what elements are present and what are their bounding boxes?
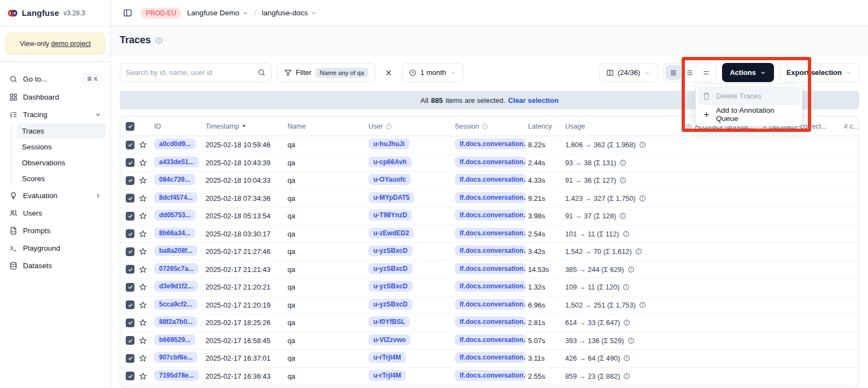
table-row[interactable]: d3e9d1f2... 2025-02-17 21:20:21 qa u-yzS… <box>120 279 859 297</box>
star-icon[interactable] <box>139 247 152 256</box>
menu-item-add-to-annotation-queue[interactable]: Add to Annotation Queue <box>698 105 800 124</box>
sidebar-item-playground[interactable]: Playground <box>4 239 106 257</box>
user-badge[interactable]: u-cp66Avh <box>368 157 412 167</box>
user-badge[interactable]: u-f0YfBSL <box>368 316 410 327</box>
info-circle-icon[interactable] <box>639 302 646 309</box>
info-circle-icon[interactable] <box>627 337 635 344</box>
header-usage[interactable]: Usage <box>563 123 683 130</box>
info-circle-icon[interactable] <box>639 195 646 202</box>
demo-project-link[interactable]: demo project <box>51 40 91 48</box>
user-badge[interactable]: u-OYauofc <box>368 174 411 185</box>
table-row[interactable]: b669529... 2025-02-17 16:58:45 qa u-VIZz… <box>120 332 859 350</box>
table-row[interactable]: 07265c7a... 2025-02-17 21:21:43 qa u-yzS… <box>120 261 859 279</box>
info-circle-icon[interactable] <box>623 319 630 326</box>
table-row[interactable]: 907cbf6e... 2025-02-17 16:37:01 qa u-rTr… <box>120 350 859 368</box>
table-row[interactable]: 88f2a7b0... 2025-02-17 18:25:26 qa u-f0Y… <box>120 314 859 332</box>
star-icon[interactable] <box>139 283 152 291</box>
trace-id-badge[interactable]: 8b66a34... <box>154 228 195 239</box>
clear-selection-link[interactable]: Clear selection <box>508 96 559 105</box>
menu-item-delete-traces[interactable]: Delete Traces <box>698 86 800 105</box>
user-badge[interactable]: u-yzSBxcD <box>368 245 413 256</box>
export-selection-button[interactable]: Export selection <box>779 63 859 82</box>
star-icon[interactable] <box>139 176 152 184</box>
info-circle-icon[interactable] <box>635 248 642 255</box>
header-name[interactable]: Name <box>285 123 366 130</box>
table-row[interactable]: a0cd0d9... 2025-02-18 10:59:46 qa u-huJh… <box>120 136 859 154</box>
info-circle-icon[interactable] <box>623 373 630 380</box>
row-height-medium-button[interactable] <box>682 65 697 80</box>
header-timestamp[interactable]: Timestamp▼ <box>203 123 285 130</box>
info-circle-icon[interactable] <box>155 37 163 44</box>
user-badge[interactable]: u-yzSBxcD <box>368 281 413 292</box>
user-badge[interactable]: u-rTrjI4M <box>368 370 406 381</box>
user-badge[interactable]: u-T98YnzD <box>368 210 412 221</box>
sidebar-item-sessions[interactable]: Sessions <box>16 139 106 155</box>
table-row[interactable]: 084c739... 2025-02-18 10:04:33 qa u-OYau… <box>120 172 859 190</box>
sidebar-item-observations[interactable]: Observations <box>16 155 106 171</box>
star-icon[interactable] <box>139 337 152 345</box>
row-checkbox[interactable] <box>126 336 134 345</box>
star-icon[interactable] <box>139 141 152 149</box>
session-badge[interactable]: lf.docs.conversation... <box>455 210 526 221</box>
info-circle-icon[interactable] <box>623 283 630 291</box>
search-icon[interactable] <box>257 68 266 77</box>
session-badge[interactable]: lf.docs.conversation... <box>455 334 526 345</box>
trace-id-badge[interactable]: 88f2a7b0... <box>154 316 197 327</box>
star-icon[interactable] <box>139 212 152 220</box>
sidebar-item-evaluation[interactable]: Evaluation <box>4 187 106 204</box>
clear-filter-button[interactable] <box>381 65 396 80</box>
trace-id-badge[interactable]: a0cd0d9... <box>154 138 196 149</box>
info-circle-icon[interactable] <box>623 355 630 362</box>
row-checkbox[interactable] <box>126 283 134 292</box>
sidebar-item-tracing[interactable]: Tracing <box>4 106 106 123</box>
row-checkbox[interactable] <box>126 265 134 274</box>
user-badge[interactable]: u-yzSBxcD <box>368 263 413 274</box>
table-row[interactable]: ba8a208f... 2025-02-17 21:27:46 qa u-yzS… <box>120 243 859 261</box>
table-row[interactable]: 7195d78e... 2025-02-17 16:36:43 qa u-rTr… <box>120 368 859 386</box>
actions-button[interactable]: Actions <box>722 63 774 82</box>
header-user[interactable]: User <box>366 123 453 130</box>
session-badge[interactable]: lf.docs.conversation... <box>455 370 526 381</box>
trace-id-badge[interactable]: 907cbf6e... <box>154 352 197 363</box>
trace-id-badge[interactable]: a433de51... <box>154 157 199 167</box>
filter-button[interactable]: Filter Name any of qa <box>277 63 376 82</box>
row-checkbox[interactable] <box>126 354 134 363</box>
info-circle-icon[interactable] <box>623 230 630 238</box>
sidebar-toggle-button[interactable] <box>120 5 135 21</box>
star-icon[interactable] <box>139 354 152 362</box>
star-icon[interactable] <box>139 265 152 274</box>
trace-id-badge[interactable]: 7195d78e... <box>154 370 199 381</box>
user-badge[interactable]: u-VIZzvwo <box>368 334 410 345</box>
star-icon[interactable] <box>139 372 152 380</box>
time-range-button[interactable]: 1 month <box>402 63 464 82</box>
row-checkbox[interactable] <box>126 229 134 238</box>
row-checkbox[interactable] <box>126 212 134 221</box>
sidebar-item-dashboard[interactable]: Dashboard <box>4 88 106 106</box>
session-badge[interactable]: lf.docs.conversation... <box>455 316 526 327</box>
row-checkbox[interactable] <box>126 194 134 202</box>
star-icon[interactable] <box>139 159 152 167</box>
trace-id-badge[interactable]: b669529... <box>154 334 195 345</box>
info-circle-icon[interactable] <box>627 266 635 273</box>
session-badge[interactable]: lf.docs.conversation... <box>455 157 526 167</box>
row-checkbox[interactable] <box>126 176 134 185</box>
row-checkbox[interactable] <box>126 300 134 309</box>
trace-id-badge[interactable]: 07265c7a... <box>154 263 198 274</box>
row-height-tall-button[interactable] <box>699 65 714 80</box>
project-breadcrumb[interactable]: langfuse-docs <box>262 9 317 17</box>
header-extra[interactable]: # c... <box>842 123 859 130</box>
star-icon[interactable] <box>139 230 152 238</box>
row-height-compact-button[interactable] <box>666 65 681 80</box>
user-badge[interactable]: u-huJhuJi <box>368 138 409 149</box>
info-circle-icon[interactable] <box>619 212 626 219</box>
row-checkbox[interactable] <box>126 247 134 256</box>
trace-id-badge[interactable]: ba8a208f... <box>154 245 197 256</box>
session-badge[interactable]: lf.docs.conversation... <box>455 174 526 185</box>
star-icon[interactable] <box>139 318 152 327</box>
search-input[interactable] <box>126 68 253 77</box>
header-latency[interactable]: Latency <box>526 123 563 130</box>
session-badge[interactable]: lf.docs.conversation... <box>455 138 526 149</box>
trace-id-badge[interactable]: 8dcf4574... <box>154 192 197 203</box>
header-session[interactable]: Session <box>453 123 526 130</box>
sidebar-item-traces[interactable]: Traces <box>16 123 106 139</box>
